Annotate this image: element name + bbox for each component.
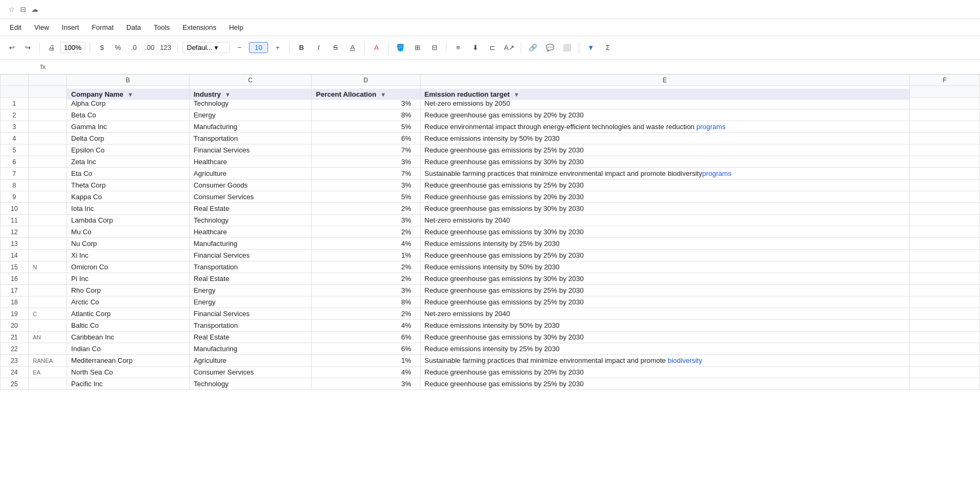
col-header-d[interactable]: D	[312, 75, 420, 86]
cell-col-a[interactable]	[28, 296, 66, 308]
print-button[interactable]: 🖨	[44, 40, 59, 55]
cell-col-f[interactable]	[910, 144, 980, 156]
cell-col-f[interactable]	[910, 215, 980, 226]
cell-col-f[interactable]	[910, 109, 980, 121]
cell-percent-allocation[interactable]: 7%	[312, 144, 420, 156]
font-size-decrease[interactable]: −	[232, 40, 247, 55]
cell-col-f[interactable]	[910, 156, 980, 168]
cell-emission-target[interactable]: Reduce greenhouse gas emissions by 30% b…	[420, 332, 910, 343]
cell-percent-allocation[interactable]: 4%	[312, 367, 420, 378]
cell-company-name[interactable]: Mediterranean Corp	[67, 355, 190, 367]
merge-button[interactable]: ⊟	[427, 40, 442, 55]
cell-industry[interactable]: Healthcare	[189, 156, 312, 168]
cell-col-a[interactable]	[28, 133, 66, 144]
cell-emission-target[interactable]: Reduce emissions intensity by 50% by 203…	[420, 261, 910, 273]
bold-button[interactable]: B	[294, 40, 309, 55]
cell-company-name[interactable]: Kappa Co	[67, 191, 190, 203]
valign-button[interactable]: ⬇	[468, 40, 483, 55]
cell-industry[interactable]: Energy	[189, 296, 312, 308]
cell-industry[interactable]: Manufacturing	[189, 343, 312, 355]
sigma-button[interactable]: Σ	[600, 40, 615, 55]
rotate-button[interactable]: A↗	[502, 40, 517, 55]
number-format-button[interactable]: 123	[158, 40, 173, 55]
cell-company-name[interactable]: Rho Corp	[67, 285, 190, 296]
company-filter-icon[interactable]: ▼	[127, 91, 133, 98]
decimal-dec-button[interactable]: .0	[126, 40, 141, 55]
cell-col-a[interactable]	[28, 156, 66, 168]
emission-target-header[interactable]: Emission reduction target ▼	[420, 88, 910, 100]
cell-col-f[interactable]	[910, 168, 980, 180]
folder-icon[interactable]: ⊟	[20, 5, 26, 13]
cell-emission-target[interactable]: Sustainable farming practices that minim…	[420, 168, 910, 180]
font-size-increase[interactable]: +	[270, 40, 285, 55]
cell-percent-allocation[interactable]: 2%	[312, 203, 420, 215]
cell-emission-target[interactable]: Reduce greenhouse gas emissions by 30% b…	[420, 226, 910, 238]
cell-percent-allocation[interactable]: 3%	[312, 180, 420, 191]
cell-company-name[interactable]: Caribbean Inc	[67, 332, 190, 343]
cell-col-a[interactable]	[28, 273, 66, 285]
cell-col-a[interactable]: AN	[28, 332, 66, 343]
cell-company-name[interactable]: Mu Co	[67, 226, 190, 238]
text-color-button[interactable]: A	[369, 40, 384, 55]
star-icon[interactable]: ☆	[8, 5, 15, 13]
cell-industry[interactable]: Real Estate	[189, 203, 312, 215]
cell-percent-allocation[interactable]: 3%	[312, 285, 420, 296]
cell-emission-target[interactable]: Reduce greenhouse gas emissions by 20% b…	[420, 109, 910, 121]
cell-percent-allocation[interactable]: 3%	[312, 378, 420, 390]
cell-emission-target[interactable]: Reduce greenhouse gas emissions by 25% b…	[420, 378, 910, 390]
cell-percent-allocation[interactable]: 3%	[312, 215, 420, 226]
cell-percent-allocation[interactable]: 2%	[312, 261, 420, 273]
font-size-input[interactable]: 10	[249, 42, 268, 53]
decimal-inc-button[interactable]: .00	[142, 40, 157, 55]
cell-percent-allocation[interactable]: 1%	[312, 355, 420, 367]
menu-format[interactable]: Format	[87, 21, 119, 33]
cell-industry[interactable]: Transportation	[189, 133, 312, 144]
cell-emission-target[interactable]: Reduce emissions intensity by 25% by 203…	[420, 238, 910, 250]
cell-emission-target[interactable]: Reduce greenhouse gas emissions by 30% b…	[420, 273, 910, 285]
cell-company-name[interactable]: Epsilon Co	[67, 144, 190, 156]
undo-button[interactable]: ↩	[4, 40, 19, 55]
wrap-button[interactable]: ⊏	[485, 40, 500, 55]
cell-company-name[interactable]: Iota Inc	[67, 203, 190, 215]
chart-button[interactable]: ⬜	[560, 40, 574, 55]
cell-company-name[interactable]: Beta Co	[67, 109, 190, 121]
cell-company-name[interactable]: North Sea Co	[67, 367, 190, 378]
cell-percent-allocation[interactable]: 4%	[312, 320, 420, 332]
cell-industry[interactable]: Manufacturing	[189, 121, 312, 133]
underline-button[interactable]: A	[345, 40, 360, 55]
cell-company-name[interactable]: Gamma Inc	[67, 121, 190, 133]
cell-col-a[interactable]	[28, 215, 66, 226]
cell-col-a[interactable]	[28, 109, 66, 121]
cell-percent-allocation[interactable]: 2%	[312, 273, 420, 285]
cell-percent-allocation[interactable]: 6%	[312, 332, 420, 343]
zoom-level[interactable]: 100%	[60, 42, 85, 53]
cell-emission-target[interactable]: Reduce environmental impact through ener…	[420, 121, 910, 133]
cell-col-a[interactable]	[28, 168, 66, 180]
cell-emission-target[interactable]: Reduce greenhouse gas emissions by 25% b…	[420, 296, 910, 308]
menu-edit[interactable]: Edit	[4, 21, 27, 33]
currency-button[interactable]: $	[94, 40, 109, 55]
cell-percent-allocation[interactable]: 5%	[312, 121, 420, 133]
menu-tools[interactable]: Tools	[149, 21, 175, 33]
cell-col-a[interactable]	[28, 378, 66, 390]
percent-button[interactable]: %	[110, 40, 125, 55]
align-button[interactable]: ≡	[451, 40, 466, 55]
cell-company-name[interactable]: Xi Inc	[67, 250, 190, 261]
emission-filter-icon[interactable]: ▼	[514, 91, 520, 98]
cell-emission-target[interactable]: Reduce greenhouse gas emissions by 25% b…	[420, 144, 910, 156]
cell-col-a[interactable]	[28, 320, 66, 332]
cell-col-a[interactable]	[28, 250, 66, 261]
cell-industry[interactable]: Healthcare	[189, 226, 312, 238]
cell-col-f[interactable]	[910, 226, 980, 238]
cell-emission-target[interactable]: Reduce greenhouse gas emissions by 30% b…	[420, 203, 910, 215]
cell-industry[interactable]: Technology	[189, 215, 312, 226]
cell-col-f[interactable]	[910, 355, 980, 367]
strikethrough-button[interactable]: S	[328, 40, 343, 55]
cell-emission-target[interactable]: Net-zero emissions by 2040	[420, 308, 910, 320]
cell-industry[interactable]: Real Estate	[189, 332, 312, 343]
industry-filter-icon[interactable]: ▼	[225, 91, 231, 98]
cell-col-f[interactable]	[910, 343, 980, 355]
cell-percent-allocation[interactable]: 4%	[312, 238, 420, 250]
cell-col-a[interactable]: N	[28, 261, 66, 273]
cell-industry[interactable]: Transportation	[189, 261, 312, 273]
